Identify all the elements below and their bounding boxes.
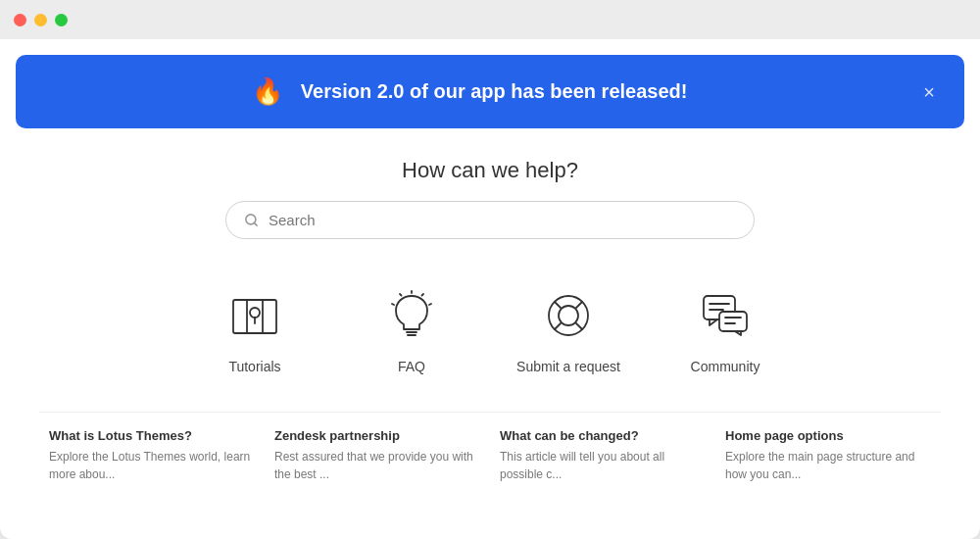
svg-point-3 <box>250 308 260 318</box>
tutorials-label: Tutorials <box>228 359 280 374</box>
app-window: 🔥 Version 2.0 of our app has been releas… <box>0 0 980 539</box>
faq-icon <box>380 284 443 347</box>
submit-request-icon <box>537 284 600 347</box>
page-title: How can we help? <box>402 158 578 183</box>
title-bar <box>0 0 980 39</box>
search-bar[interactable] <box>225 201 755 239</box>
svg-line-16 <box>576 302 582 308</box>
svg-line-9 <box>400 294 402 296</box>
banner-content: 🔥 Version 2.0 of our app has been releas… <box>45 76 923 107</box>
article-2[interactable]: What can be changed? This article will t… <box>500 428 706 483</box>
svg-rect-2 <box>233 300 276 333</box>
article-0[interactable]: What is Lotus Themes? Explore the Lotus … <box>49 428 255 483</box>
traffic-lights <box>14 14 68 26</box>
svg-line-15 <box>555 302 561 308</box>
page-content: 🔥 Version 2.0 of our app has been releas… <box>0 39 980 539</box>
article-2-excerpt: This article will tell you about all pos… <box>500 448 706 483</box>
svg-line-18 <box>576 323 582 329</box>
svg-point-14 <box>559 306 578 325</box>
announcement-banner: 🔥 Version 2.0 of our app has been releas… <box>16 55 964 128</box>
article-1-title: Zendesk partnership <box>274 428 480 443</box>
svg-line-1 <box>254 222 257 225</box>
article-3-title: Home page options <box>725 428 931 443</box>
articles-section: What is Lotus Themes? Explore the Lotus … <box>39 428 941 483</box>
article-1-excerpt: Rest assured that we provide you with th… <box>274 448 480 483</box>
category-submit-request[interactable]: Submit a request <box>490 274 647 384</box>
main-content: How can we help? <box>0 128 980 539</box>
minimize-button[interactable] <box>34 14 47 26</box>
close-button[interactable] <box>14 14 26 26</box>
svg-line-10 <box>422 294 424 296</box>
banner-close-button[interactable]: × <box>923 82 935 102</box>
community-label: Community <box>691 359 760 374</box>
article-0-title: What is Lotus Themes? <box>49 428 255 443</box>
article-3-excerpt: Explore the main page structure and how … <box>725 448 931 483</box>
search-icon <box>244 213 259 227</box>
svg-line-11 <box>392 304 394 305</box>
category-tutorials[interactable]: Tutorials <box>176 274 333 384</box>
faq-label: FAQ <box>398 359 425 374</box>
search-input[interactable] <box>269 212 736 228</box>
category-faq[interactable]: FAQ <box>333 274 490 384</box>
svg-rect-22 <box>719 312 747 331</box>
maximize-button[interactable] <box>55 14 68 26</box>
banner-text: Version 2.0 of our app has been released… <box>301 80 688 103</box>
category-community[interactable]: Community <box>647 274 804 384</box>
fire-icon: 🔥 <box>252 76 283 107</box>
articles-divider <box>39 412 941 413</box>
tutorials-icon <box>223 284 286 347</box>
categories-section: Tutorials <box>39 274 941 384</box>
community-icon <box>694 284 757 347</box>
svg-line-17 <box>555 323 561 329</box>
svg-line-12 <box>429 304 431 305</box>
submit-request-label: Submit a request <box>516 359 620 374</box>
article-3[interactable]: Home page options Explore the main page … <box>725 428 931 483</box>
article-0-excerpt: Explore the Lotus Themes world, learn mo… <box>49 448 255 483</box>
article-2-title: What can be changed? <box>500 428 706 443</box>
article-1[interactable]: Zendesk partnership Rest assured that we… <box>274 428 480 483</box>
